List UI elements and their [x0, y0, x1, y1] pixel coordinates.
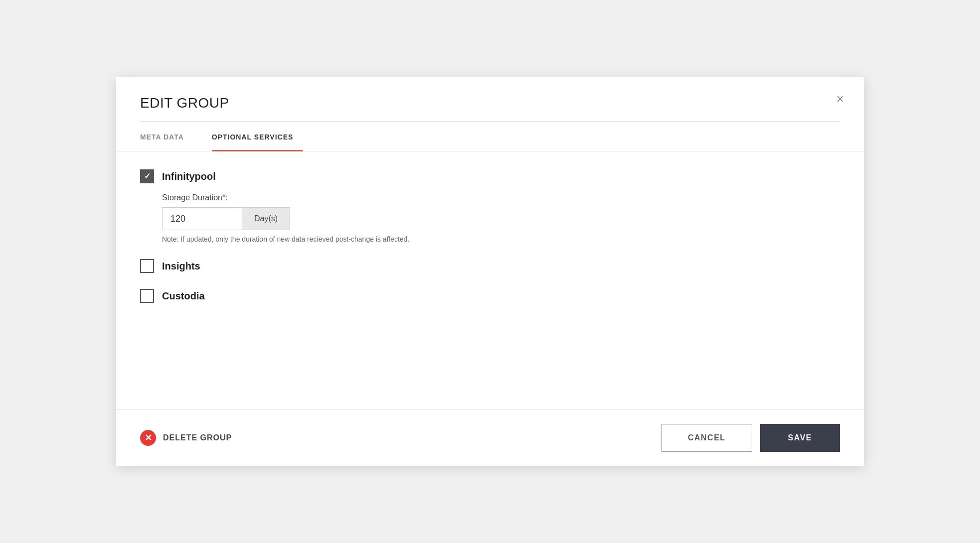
modal-header: EDIT GROUP × [116, 77, 864, 121]
required-star: * [222, 193, 225, 202]
service-insights: Insights [140, 259, 840, 273]
custodia-label: Custodia [162, 290, 205, 302]
duration-unit-label: Day(s) [242, 207, 290, 230]
tab-bar: META DATA OPTIONAL SERVICES [116, 122, 864, 151]
storage-duration-input[interactable] [162, 207, 242, 230]
service-infinitypool: ✓ Infinitypool Storage Duration*: Day(s)… [140, 169, 840, 243]
storage-duration-note: Note: If updated, only the duration of n… [162, 235, 840, 243]
tab-meta-data[interactable]: META DATA [140, 122, 194, 151]
close-button[interactable]: × [836, 92, 844, 105]
insights-checkbox[interactable] [140, 259, 154, 273]
custodia-checkbox[interactable] [140, 289, 154, 303]
check-icon: ✓ [144, 172, 151, 180]
service-insights-header: Insights [140, 259, 840, 273]
service-custodia: Custodia [140, 289, 840, 303]
tab-optional-services[interactable]: OPTIONAL SERVICES [212, 122, 304, 151]
cancel-button[interactable]: CANCEL [661, 424, 752, 452]
save-button[interactable]: SAVE [760, 424, 840, 452]
modal-title: EDIT GROUP [140, 95, 840, 111]
infinitypool-details: Storage Duration*: Day(s) Note: If updat… [140, 193, 840, 243]
infinitypool-checkbox[interactable]: ✓ [140, 169, 154, 183]
modal-body: ✓ Infinitypool Storage Duration*: Day(s)… [116, 151, 864, 409]
infinitypool-label: Infinitypool [162, 171, 216, 182]
delete-group-button[interactable]: ✕ DELETE GROUP [140, 430, 232, 446]
delete-group-label: DELETE GROUP [163, 433, 232, 442]
delete-icon: ✕ [140, 430, 156, 446]
footer-actions: CANCEL SAVE [661, 424, 840, 452]
insights-label: Insights [162, 261, 200, 272]
modal-footer: ✕ DELETE GROUP CANCEL SAVE [116, 409, 864, 466]
storage-duration-label: Storage Duration*: [162, 193, 840, 202]
edit-group-modal: EDIT GROUP × META DATA OPTIONAL SERVICES… [116, 77, 864, 466]
service-custodia-header: Custodia [140, 289, 840, 303]
storage-duration-row: Day(s) [162, 207, 840, 230]
service-infinitypool-header: ✓ Infinitypool [140, 169, 840, 183]
